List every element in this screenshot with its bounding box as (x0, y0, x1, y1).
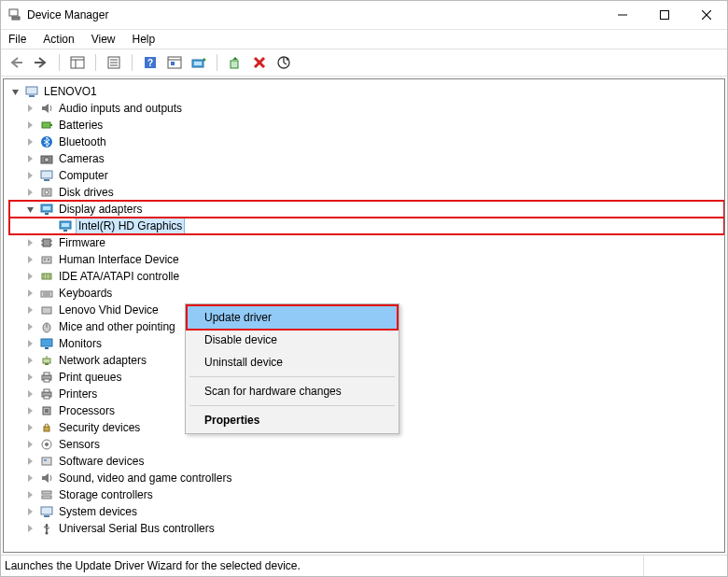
printer-icon (39, 370, 54, 385)
chevron-right-icon[interactable] (24, 105, 35, 112)
tree-root[interactable]: LENOVO1 (9, 83, 724, 100)
chevron-right-icon[interactable] (24, 138, 35, 146)
svg-rect-80 (42, 496, 51, 499)
chevron-down-icon[interactable] (24, 205, 35, 214)
tree-item-firmware[interactable]: Firmware (9, 234, 724, 251)
chevron-right-icon[interactable] (24, 491, 35, 499)
svg-point-76 (45, 443, 49, 446)
svg-rect-68 (44, 379, 49, 382)
tree-item-hid[interactable]: Human Interface Device (9, 251, 724, 268)
chevron-right-icon[interactable] (24, 424, 35, 431)
toolbar: ? (1, 49, 727, 77)
chevron-right-icon[interactable] (24, 525, 35, 532)
menu-action[interactable]: Action (41, 31, 76, 48)
chevron-right-icon[interactable] (24, 407, 35, 415)
tree-item-software[interactable]: Software devices (9, 453, 724, 470)
tree-item-disk[interactable]: Disk drives (9, 184, 724, 201)
svg-point-32 (45, 158, 49, 162)
enable-device-button[interactable] (225, 52, 245, 73)
close-button[interactable] (685, 1, 727, 29)
svg-rect-48 (42, 257, 51, 263)
chevron-right-icon[interactable] (24, 441, 35, 448)
chevron-right-icon[interactable] (24, 306, 35, 314)
status-text: Launches the Update Driver Wizard for th… (5, 559, 643, 572)
chevron-right-icon[interactable] (24, 373, 35, 381)
software-icon (39, 454, 54, 469)
monitor-icon (39, 336, 54, 351)
svg-point-84 (46, 532, 49, 535)
svg-point-49 (44, 259, 46, 260)
forward-button[interactable] (31, 52, 51, 73)
processor-icon (39, 403, 54, 418)
svg-rect-74 (44, 427, 49, 431)
chip-icon (39, 235, 54, 250)
computer-icon (39, 168, 54, 183)
svg-rect-34 (44, 179, 49, 181)
chevron-right-icon[interactable] (24, 155, 35, 162)
svg-rect-79 (42, 491, 51, 494)
chevron-right-icon[interactable] (24, 239, 35, 246)
chevron-right-icon[interactable] (24, 390, 35, 398)
printer-icon (39, 387, 54, 401)
chevron-right-icon[interactable] (24, 289, 35, 297)
tree-item-sound[interactable]: Sound, video and game controllers (9, 470, 724, 486)
tree-item-display[interactable]: Display adapters (9, 201, 724, 218)
tree-item-batteries[interactable]: Batteries (9, 117, 724, 134)
tree-item-sensors[interactable]: Sensors (9, 436, 724, 453)
chevron-right-icon[interactable] (24, 121, 35, 129)
tree-item-display-child[interactable]: Intel(R) HD Graphics (9, 218, 724, 234)
chevron-right-icon[interactable] (24, 189, 35, 196)
menu-file[interactable]: File (7, 31, 28, 48)
show-hide-tree-button[interactable] (67, 52, 88, 73)
tree-item-cameras[interactable]: Cameras (9, 150, 724, 167)
maximize-button[interactable] (643, 1, 685, 29)
menu-uninstall-device[interactable]: Uninstall device (188, 351, 397, 373)
svg-rect-27 (29, 95, 35, 97)
uninstall-device-button[interactable] (249, 52, 270, 73)
svg-rect-41 (62, 223, 69, 227)
chevron-right-icon[interactable] (24, 256, 35, 263)
tree-item-keyboards[interactable]: Keyboards (9, 285, 724, 302)
chevron-right-icon[interactable] (24, 340, 35, 347)
ide-icon (39, 269, 54, 284)
menubar: File Action View Help (1, 30, 727, 49)
chevron-right-icon[interactable] (24, 323, 35, 331)
svg-rect-42 (63, 230, 67, 232)
chevron-right-icon[interactable] (24, 357, 35, 364)
properties-button[interactable] (104, 52, 124, 73)
tree-item-bluetooth[interactable]: Bluetooth (9, 134, 724, 150)
chevron-right-icon[interactable] (24, 457, 35, 465)
tree-item-usb[interactable]: Universal Serial Bus controllers (9, 520, 724, 537)
chevron-right-icon[interactable] (24, 474, 35, 482)
svg-rect-71 (44, 396, 49, 399)
chevron-right-icon[interactable] (24, 273, 35, 280)
menu-help[interactable]: Help (131, 31, 158, 48)
chevron-down-icon[interactable] (9, 88, 21, 96)
svg-rect-63 (43, 359, 50, 363)
speaker-icon (39, 101, 54, 116)
chevron-right-icon[interactable] (24, 508, 35, 515)
menu-separator (189, 376, 395, 377)
scan-hardware-button[interactable] (273, 52, 294, 73)
svg-rect-62 (45, 347, 49, 349)
svg-rect-0 (9, 9, 18, 16)
action-button[interactable] (164, 52, 185, 73)
minimize-button[interactable] (601, 1, 643, 29)
disk-icon (39, 185, 54, 200)
app-icon (8, 7, 21, 23)
menu-scan-hardware[interactable]: Scan for hardware changes (188, 380, 397, 402)
menu-update-driver[interactable]: Update driver (188, 306, 397, 329)
speaker-icon (39, 471, 54, 486)
menu-properties[interactable]: Properties (188, 409, 397, 431)
help-button[interactable]: ? (140, 52, 161, 73)
tree-item-storage[interactable]: Storage controllers (9, 486, 724, 503)
tree-item-system[interactable]: System devices (9, 503, 724, 520)
menu-disable-device[interactable]: Disable device (188, 329, 397, 351)
chevron-right-icon[interactable] (24, 172, 35, 179)
tree-item-ide[interactable]: IDE ATA/ATAPI controlle (9, 268, 724, 285)
tree-item-computer[interactable]: Computer (9, 167, 724, 184)
menu-view[interactable]: View (90, 31, 118, 48)
back-button[interactable] (7, 52, 27, 73)
update-driver-button[interactable] (189, 52, 209, 73)
tree-item-audio[interactable]: Audio inputs and outputs (9, 100, 724, 117)
